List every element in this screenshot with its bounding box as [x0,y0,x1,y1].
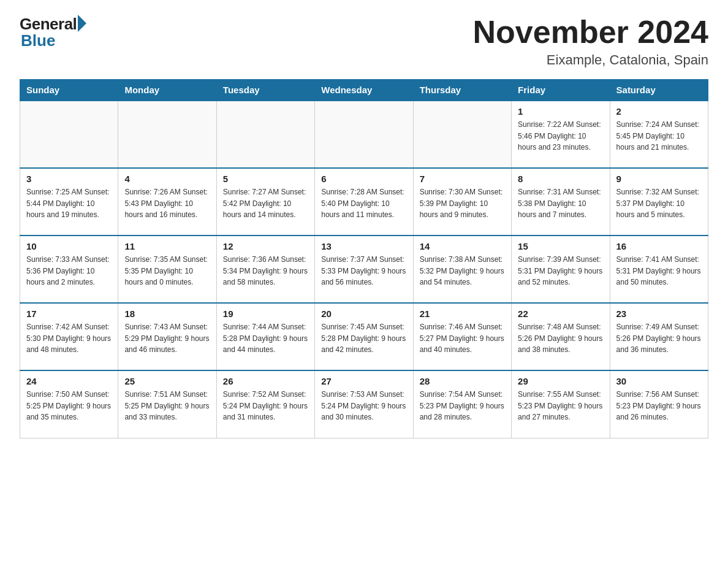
calendar-cell [118,101,216,168]
month-title: November 2024 [473,15,708,50]
calendar-cell: 7Sunrise: 7:30 AM Sunset: 5:39 PM Daylig… [413,168,511,236]
day-header-wednesday: Wednesday [315,80,413,101]
day-number: 27 [321,376,406,386]
day-info: Sunrise: 7:54 AM Sunset: 5:23 PM Dayligh… [420,389,505,423]
calendar-cell: 25Sunrise: 7:51 AM Sunset: 5:25 PM Dayli… [118,370,216,438]
day-number: 11 [124,241,210,251]
day-number: 14 [420,241,505,251]
day-info: Sunrise: 7:31 AM Sunset: 5:38 PM Dayligh… [518,186,603,221]
week-row-1: 1Sunrise: 7:22 AM Sunset: 5:46 PM Daylig… [20,101,708,168]
day-info: Sunrise: 7:53 AM Sunset: 5:24 PM Dayligh… [321,389,406,423]
calendar-cell: 18Sunrise: 7:43 AM Sunset: 5:29 PM Dayli… [118,303,216,370]
day-info: Sunrise: 7:22 AM Sunset: 5:46 PM Dayligh… [518,119,603,153]
calendar-cell: 27Sunrise: 7:53 AM Sunset: 5:24 PM Dayli… [315,370,413,438]
calendar-cell: 9Sunrise: 7:32 AM Sunset: 5:37 PM Daylig… [610,168,708,236]
week-row-2: 3Sunrise: 7:25 AM Sunset: 5:44 PM Daylig… [20,168,708,236]
day-number: 2 [616,106,702,117]
day-info: Sunrise: 7:35 AM Sunset: 5:35 PM Dayligh… [124,254,210,288]
day-info: Sunrise: 7:33 AM Sunset: 5:36 PM Dayligh… [26,254,112,288]
calendar-table: SundayMondayTuesdayWednesdayThursdayFrid… [20,79,708,439]
day-number: 6 [321,174,406,184]
day-info: Sunrise: 7:44 AM Sunset: 5:28 PM Dayligh… [223,321,308,356]
calendar-cell: 24Sunrise: 7:50 AM Sunset: 5:25 PM Dayli… [20,370,118,438]
calendar-cell: 6Sunrise: 7:28 AM Sunset: 5:40 PM Daylig… [315,168,413,236]
day-header-tuesday: Tuesday [216,80,314,101]
day-number: 18 [124,308,210,319]
day-header-thursday: Thursday [413,80,511,101]
day-number: 26 [223,376,308,386]
week-row-5: 24Sunrise: 7:50 AM Sunset: 5:25 PM Dayli… [20,370,708,438]
day-info: Sunrise: 7:49 AM Sunset: 5:26 PM Dayligh… [616,321,702,356]
day-info: Sunrise: 7:24 AM Sunset: 5:45 PM Dayligh… [616,119,702,153]
day-number: 23 [616,308,702,319]
calendar-cell: 26Sunrise: 7:52 AM Sunset: 5:24 PM Dayli… [216,370,314,438]
location-subtitle: Eixample, Catalonia, Spain [473,52,708,68]
calendar-cell: 1Sunrise: 7:22 AM Sunset: 5:46 PM Daylig… [512,101,610,168]
day-info: Sunrise: 7:36 AM Sunset: 5:34 PM Dayligh… [223,254,308,288]
day-number: 20 [321,308,406,319]
day-headers-row: SundayMondayTuesdayWednesdayThursdayFrid… [20,80,708,101]
calendar-cell: 8Sunrise: 7:31 AM Sunset: 5:38 PM Daylig… [512,168,610,236]
day-header-friday: Friday [512,80,610,101]
day-number: 19 [223,308,308,319]
calendar-cell: 17Sunrise: 7:42 AM Sunset: 5:30 PM Dayli… [20,303,118,370]
page-header: General Blue November 2024 Eixample, Cat… [20,15,708,68]
day-info: Sunrise: 7:25 AM Sunset: 5:44 PM Dayligh… [26,186,112,221]
day-header-monday: Monday [118,80,216,101]
day-number: 9 [616,174,702,184]
calendar-cell: 3Sunrise: 7:25 AM Sunset: 5:44 PM Daylig… [20,168,118,236]
calendar-cell: 28Sunrise: 7:54 AM Sunset: 5:23 PM Dayli… [413,370,511,438]
day-number: 28 [420,376,505,386]
day-number: 24 [26,376,112,386]
day-info: Sunrise: 7:46 AM Sunset: 5:27 PM Dayligh… [420,321,505,356]
day-number: 29 [518,376,603,386]
day-number: 30 [616,376,702,386]
day-info: Sunrise: 7:28 AM Sunset: 5:40 PM Dayligh… [321,186,406,221]
day-number: 12 [223,241,308,251]
calendar-cell: 23Sunrise: 7:49 AM Sunset: 5:26 PM Dayli… [610,303,708,370]
day-info: Sunrise: 7:30 AM Sunset: 5:39 PM Dayligh… [420,186,505,221]
calendar-cell [413,101,511,168]
day-info: Sunrise: 7:39 AM Sunset: 5:31 PM Dayligh… [518,254,603,288]
day-info: Sunrise: 7:52 AM Sunset: 5:24 PM Dayligh… [223,389,308,423]
calendar-cell: 29Sunrise: 7:55 AM Sunset: 5:23 PM Dayli… [512,370,610,438]
calendar-cell [315,101,413,168]
day-info: Sunrise: 7:27 AM Sunset: 5:42 PM Dayligh… [223,186,308,221]
calendar-cell: 2Sunrise: 7:24 AM Sunset: 5:45 PM Daylig… [610,101,708,168]
title-area: November 2024 Eixample, Catalonia, Spain [473,15,708,68]
week-row-3: 10Sunrise: 7:33 AM Sunset: 5:36 PM Dayli… [20,236,708,303]
day-number: 21 [420,308,505,319]
calendar-cell: 22Sunrise: 7:48 AM Sunset: 5:26 PM Dayli… [512,303,610,370]
day-header-saturday: Saturday [610,80,708,101]
day-number: 16 [616,241,702,251]
day-number: 15 [518,241,603,251]
calendar-cell [20,101,118,168]
calendar-cell: 19Sunrise: 7:44 AM Sunset: 5:28 PM Dayli… [216,303,314,370]
day-number: 8 [518,174,603,184]
calendar-cell: 5Sunrise: 7:27 AM Sunset: 5:42 PM Daylig… [216,168,314,236]
day-info: Sunrise: 7:50 AM Sunset: 5:25 PM Dayligh… [26,389,112,423]
day-number: 7 [420,174,505,184]
day-info: Sunrise: 7:26 AM Sunset: 5:43 PM Dayligh… [124,186,210,221]
calendar-cell: 21Sunrise: 7:46 AM Sunset: 5:27 PM Dayli… [413,303,511,370]
day-info: Sunrise: 7:56 AM Sunset: 5:23 PM Dayligh… [616,389,702,423]
day-number: 1 [518,106,603,117]
calendar-cell: 10Sunrise: 7:33 AM Sunset: 5:36 PM Dayli… [20,236,118,303]
calendar-cell: 30Sunrise: 7:56 AM Sunset: 5:23 PM Dayli… [610,370,708,438]
day-number: 13 [321,241,406,251]
logo: General Blue [20,15,86,50]
day-info: Sunrise: 7:42 AM Sunset: 5:30 PM Dayligh… [26,321,112,356]
day-header-sunday: Sunday [20,80,118,101]
day-info: Sunrise: 7:32 AM Sunset: 5:37 PM Dayligh… [616,186,702,221]
day-number: 10 [26,241,112,251]
day-info: Sunrise: 7:45 AM Sunset: 5:28 PM Dayligh… [321,321,406,356]
calendar-cell: 16Sunrise: 7:41 AM Sunset: 5:31 PM Dayli… [610,236,708,303]
day-info: Sunrise: 7:55 AM Sunset: 5:23 PM Dayligh… [518,389,603,423]
day-number: 4 [124,174,210,184]
day-number: 22 [518,308,603,319]
day-info: Sunrise: 7:41 AM Sunset: 5:31 PM Dayligh… [616,254,702,288]
calendar-cell: 4Sunrise: 7:26 AM Sunset: 5:43 PM Daylig… [118,168,216,236]
calendar-cell: 11Sunrise: 7:35 AM Sunset: 5:35 PM Dayli… [118,236,216,303]
day-number: 25 [124,376,210,386]
day-info: Sunrise: 7:51 AM Sunset: 5:25 PM Dayligh… [124,389,210,423]
